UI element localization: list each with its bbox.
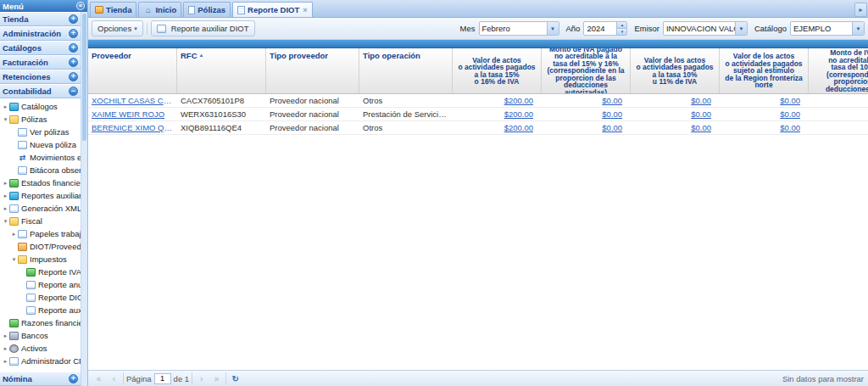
sidebar-section-contabilidad[interactable]: Contabilidad − xyxy=(0,84,81,98)
tree-item[interactable]: ▸ Activos xyxy=(0,342,81,355)
spinner-buttons[interactable]: ▴ ▾ xyxy=(616,22,626,35)
sidebar-section[interactable]: Administración + xyxy=(0,26,81,41)
tree-item[interactable]: Reporte auxiliar xyxy=(0,304,81,316)
tree-item[interactable]: ▸ Reportes auxiliares xyxy=(0,189,81,202)
collapse-panel-icon[interactable]: « xyxy=(76,2,85,10)
table-cell[interactable]: $0.00 xyxy=(542,121,631,134)
expand-plus-icon[interactable]: + xyxy=(69,29,78,38)
expand-arrow-icon[interactable]: ▾ xyxy=(10,256,18,263)
tree-item[interactable]: DIOT/Proveedores xyxy=(0,240,81,253)
chevron-down-icon[interactable]: ▼ xyxy=(547,22,559,35)
grid-header-cell[interactable]: Tipo operación xyxy=(359,48,453,93)
table-cell[interactable]: $0.00 xyxy=(720,121,809,134)
sidebar-scrollbar[interactable] xyxy=(81,12,87,386)
expand-arrow-icon[interactable]: ▾ xyxy=(2,218,9,225)
tree-item[interactable]: ▸ Catálogos xyxy=(0,100,81,113)
sidebar-section[interactable]: Catálogos + xyxy=(0,41,81,55)
last-page-button[interactable]: » xyxy=(210,372,223,385)
expand-arrow-icon[interactable]: ▸ xyxy=(2,333,9,339)
table-cell[interactable]: $0.00 xyxy=(720,108,809,120)
collapse-minus-icon[interactable]: − xyxy=(69,87,78,96)
mes-combo[interactable]: Febrero ▼ xyxy=(479,21,559,36)
tree-item[interactable]: ▸ Estados financieros xyxy=(0,176,81,189)
tree-item[interactable]: ▸ Administrador CFDI xyxy=(0,355,81,367)
tab-close-icon[interactable]: × xyxy=(303,6,307,14)
expand-arrow-icon[interactable]: ▸ xyxy=(2,180,9,187)
tree-item[interactable]: Nueva póliza xyxy=(0,138,81,151)
tree-item[interactable]: Ver pólizas xyxy=(0,126,81,138)
tree-item[interactable]: Reporte DIOT xyxy=(0,291,81,304)
table-cell[interactable]: $0.00 xyxy=(631,94,720,107)
chevron-down-icon[interactable]: ▼ xyxy=(735,22,747,35)
grid-header-cell[interactable]: RFC ▲ xyxy=(177,48,266,93)
grid-header-cell[interactable]: Valor de los actos o actividades pagados… xyxy=(720,48,809,93)
spinner-up-icon[interactable]: ▴ xyxy=(617,22,626,28)
table-cell[interactable]: $0.00 xyxy=(631,108,720,120)
tree-item[interactable]: ⇄ Movimientos entre p xyxy=(0,151,81,164)
grid-header-cell[interactable]: Tipo proveedor xyxy=(266,48,359,93)
next-page-button[interactable]: › xyxy=(195,372,208,385)
expand-plus-icon[interactable]: + xyxy=(69,43,78,53)
table-cell[interactable]: $0.00 xyxy=(542,94,631,107)
expand-plus-icon[interactable]: + xyxy=(69,374,78,383)
catalogo-combo[interactable]: EJEMPLO ▼ xyxy=(790,21,865,36)
expand-arrow-icon[interactable]: ▸ xyxy=(2,345,9,352)
table-row[interactable]: XAIME WEIR ROJOWERX631016S30Proveedor na… xyxy=(88,108,868,121)
grid-header-cell[interactable]: Valor de los actos o actividades pagados… xyxy=(631,48,720,93)
tree-item[interactable]: Reporte IVA xyxy=(0,266,81,278)
grid-header-cell[interactable]: Valor de actos o actividades pagados a l… xyxy=(453,48,542,93)
table-cell[interactable]: BERENICE XIMO QUEZADA xyxy=(88,121,177,134)
sidebar-section-nomina[interactable]: Nómina + xyxy=(0,372,81,386)
expand-arrow-icon[interactable]: ▾ xyxy=(2,116,9,123)
expand-plus-icon[interactable]: + xyxy=(69,14,78,24)
refresh-button[interactable]: ↻ xyxy=(229,372,242,385)
emisor-combo[interactable]: INNOVACION VALOR ▼ xyxy=(663,21,748,36)
tree-item[interactable]: Reporte anual de xyxy=(0,278,81,291)
sidebar-section[interactable]: Facturación + xyxy=(0,55,81,70)
expand-arrow-icon[interactable]: ▸ xyxy=(2,103,9,110)
table-cell[interactable]: $200.00 xyxy=(453,94,542,107)
tab[interactable]: Reporte DIOT × xyxy=(232,2,313,17)
first-page-button[interactable]: « xyxy=(92,372,105,385)
table-row[interactable]: BERENICE XIMO QUEZADAXIQB891116QE4Provee… xyxy=(88,121,868,135)
table-cell[interactable]: $0.00 xyxy=(720,94,809,107)
tab-scroll-right-icon[interactable]: ▸ xyxy=(854,3,867,17)
expand-plus-icon[interactable]: + xyxy=(69,72,78,81)
scrollbar-thumb[interactable] xyxy=(82,14,86,141)
tree-item[interactable]: Bitácora observacio xyxy=(0,164,81,176)
expand-arrow-icon[interactable]: ▸ xyxy=(2,193,9,199)
options-button[interactable]: Opciones ▾ xyxy=(92,20,143,36)
chevron-down-icon[interactable]: ▼ xyxy=(852,22,864,35)
table-cell[interactable]: $200.00 xyxy=(453,108,542,120)
tree-item[interactable]: ▾ Fiscal xyxy=(0,215,81,227)
table-cell[interactable]: $200.00 xyxy=(453,121,542,134)
aux-report-button[interactable]: Reporte auxiliar DIOT xyxy=(151,20,255,36)
tree-item[interactable]: Razones financieras xyxy=(0,316,81,329)
expand-arrow-icon[interactable]: ▸ xyxy=(2,358,9,365)
grid-header-cell[interactable]: Proveedor xyxy=(88,48,177,93)
tab[interactable]: Pólizas xyxy=(183,2,231,17)
tree-item[interactable]: ▸ Bancos xyxy=(0,329,81,342)
page-input[interactable] xyxy=(154,373,171,384)
expand-arrow-icon[interactable]: ▸ xyxy=(10,231,18,238)
grid-header-cell[interactable]: Monto de IVA no acreditable tasa del 10%… xyxy=(809,48,868,93)
table-cell[interactable]: $0.00 xyxy=(542,108,631,120)
sidebar-section[interactable]: Tienda + xyxy=(0,12,81,26)
table-cell[interactable]: $0.00 xyxy=(631,121,720,134)
tab[interactable]: Tienda xyxy=(90,2,136,17)
tree-item[interactable]: ▾ Pólizas xyxy=(0,113,81,126)
tree-item[interactable]: ▾ Impuestos xyxy=(0,253,81,266)
expand-plus-icon[interactable]: + xyxy=(69,58,78,67)
spinner-down-icon[interactable]: ▾ xyxy=(617,28,626,35)
anio-spinner[interactable]: 2024 ▴ ▾ xyxy=(583,21,627,36)
tab[interactable]: ⌂ Inicio xyxy=(138,2,181,17)
prev-page-button[interactable]: ‹ xyxy=(108,372,120,385)
grid-header-cell[interactable]: Monto de IVA pagado no acreditable a la … xyxy=(542,48,631,93)
tree-item[interactable]: ▸ Generación XML xyxy=(0,202,81,215)
expand-arrow-icon[interactable]: ▸ xyxy=(2,205,9,212)
table-row[interactable]: XOCHILT CASAS CHAVEZCACX7605101P8Proveed… xyxy=(88,94,868,108)
tree-item[interactable]: ▸ Papeles trabajo xyxy=(0,227,81,240)
sidebar-section[interactable]: Retenciones + xyxy=(0,70,81,84)
table-cell[interactable]: XOCHILT CASAS CHAVEZ xyxy=(88,94,177,107)
table-cell[interactable]: XAIME WEIR ROJO xyxy=(88,108,177,120)
